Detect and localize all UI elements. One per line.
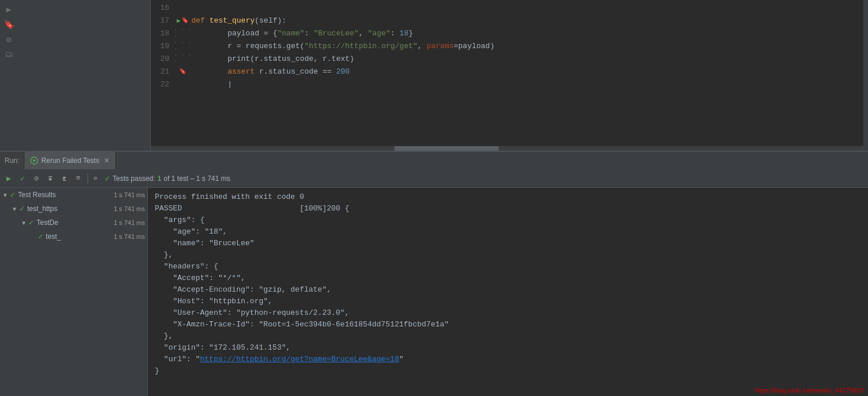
tree-time-testde: 1 s 741 ms — [114, 219, 145, 226]
tree-time-test: 1 s 741 ms — [114, 233, 145, 240]
sort-asc-button[interactable] — [44, 172, 57, 185]
watermark: https://blog.csdn.net/weixin_44275820 — [755, 387, 863, 394]
editor-hscrollbar[interactable] — [151, 146, 863, 151]
test-tree: ▼ ✓ Test Results 1 s 741 ms ▼ ✓ test_htt… — [0, 188, 148, 396]
status-passed-icon: ✓ — [104, 175, 110, 183]
output-line-15: } — [155, 365, 861, 377]
output-line-6: "headers": { — [155, 261, 861, 273]
run-toolbar: ▶ ✓ ⊘ ≡ » ✓ Tests passed: — [0, 169, 868, 188]
run-label: Run: — [0, 157, 24, 165]
code-editor[interactable]: 16 17 ▶ 🔖 def test_query(self): 18 · · ·… — [151, 0, 863, 151]
tree-check-testhttps: ✓ — [19, 205, 25, 213]
editor-area: ▶ 🔖 ⚙ 🗂 16 17 ▶ 🔖 def test_query(self): — [0, 0, 868, 151]
check-button[interactable]: ✓ — [16, 172, 29, 185]
line-content-19: r = requests.get("https://httpbin.org/ge… — [191, 42, 863, 50]
output-line-3: "age": "18", — [155, 226, 861, 238]
code-line-20: 20 · · · · print(r.status_code, r.text) — [151, 52, 863, 65]
tree-item-results[interactable]: ▼ ✓ Test Results 1 s 741 ms — [0, 188, 147, 202]
tree-time-results: 1 s 741 ms — [114, 191, 145, 198]
line-content-20: print(r.status_code, r.text) — [191, 55, 863, 63]
bookmark-icon-17: 🔖 — [181, 17, 188, 24]
line-num-17: 17 — [151, 16, 174, 25]
output-line-14: "url": "https://httpbin.org/get?name=Bru… — [155, 354, 861, 365]
hscrollbar-thumb — [394, 146, 499, 151]
line-content-17: def test_query(self): — [191, 16, 863, 25]
tree-item-testde[interactable]: ▼ ✓ TestDe 1 s 741 ms — [0, 216, 147, 230]
run-tabbar: Run: Rerun Failed Tests ✕ — [0, 151, 868, 169]
code-line-22: 22 | — [151, 78, 863, 90]
line-num-19: 19 — [151, 42, 174, 50]
tree-label-test: test_ — [46, 232, 111, 241]
list-button[interactable]: ≡ — [72, 172, 85, 185]
status-count: 1 — [158, 175, 162, 183]
sidebar-icon-1[interactable]: ▶ — [2, 2, 16, 16]
output-line-2: "args": { — [155, 215, 861, 226]
code-line-16: 16 — [151, 1, 863, 14]
sidebar-icon-2[interactable]: 🔖 — [2, 17, 16, 31]
play-button[interactable]: ▶ — [2, 172, 15, 185]
line-content-21: assert r.status_code == 200 — [191, 67, 863, 76]
line-gutter-17: ▶ 🔖 — [174, 17, 191, 24]
bottom-panel: Run: Rerun Failed Tests ✕ ▶ ✓ ⊘ — [0, 151, 868, 396]
output-line-9: "Host": "httpbin.org", — [155, 296, 861, 307]
tree-check-test: ✓ — [38, 232, 43, 241]
output-line-13: "origin": "172.105.241.153", — [155, 342, 861, 354]
status-label: Tests passed: — [112, 175, 155, 183]
sidebar-icon-4[interactable]: 🗂 — [2, 48, 16, 61]
tab-close-btn[interactable]: ✕ — [104, 157, 110, 165]
line-content-18: payload = {"name": "BruceLee", "age": 18… — [191, 29, 863, 38]
tree-check-results: ✓ — [10, 191, 16, 199]
run-content: ▼ ✓ Test Results 1 s 741 ms ▼ ✓ test_htt… — [0, 188, 868, 396]
tree-arrow-testde: ▼ — [21, 220, 27, 226]
output-line-0: Process finished with exit code 0 — [155, 191, 861, 203]
status-detail: of 1 test – 1 s 741 ms — [164, 175, 230, 183]
output-line-5: }, — [155, 249, 861, 261]
editor-vscrollbar[interactable] — [863, 0, 868, 151]
output-console[interactable]: Process finished with exit code 0 PASSED… — [148, 188, 868, 396]
tree-arrow-results: ▼ — [2, 192, 8, 198]
tree-arrow-testhttps: ▼ — [12, 206, 17, 212]
tree-label-testhttps: test_https — [27, 205, 111, 213]
tree-item-testhttps[interactable]: ▼ ✓ test_https 1 s 741 ms — [0, 202, 147, 216]
line-num-18: 18 — [151, 29, 174, 38]
output-line-11: "X-Amzn-Trace-Id": "Root=1-5ec394b0-6e16… — [155, 319, 861, 330]
line-num-22: 22 — [151, 80, 174, 89]
line-gutter-21: 🔖 — [174, 68, 191, 75]
tree-check-testde: ✓ — [28, 219, 34, 227]
run-icon-17[interactable]: ▶ — [177, 17, 181, 24]
output-line-7: "Accept": "*/*", — [155, 273, 861, 284]
run-tab-label: Rerun Failed Tests — [41, 157, 99, 165]
output-line-10: "User-Agent": "python-requests/2.23.0", — [155, 307, 861, 319]
code-line-18: 18 · · · · payload = {"name": "BruceLee"… — [151, 27, 863, 39]
line-num-21: 21 — [151, 67, 174, 76]
left-panel — [17, 0, 151, 151]
output-line-4: "name": "BruceLee" — [155, 238, 861, 249]
sidebar-icon-3[interactable]: ⚙ — [2, 32, 16, 46]
tree-label-testde: TestDe — [37, 219, 111, 227]
line-gutter-18: · · · · — [174, 27, 191, 39]
line-gutter-19: · · · · — [174, 39, 191, 52]
line-num-20: 20 — [151, 55, 174, 63]
status-text: ✓ Tests passed: 1 of 1 test – 1 s 741 ms — [104, 175, 230, 183]
line-gutter-20: · · · · — [174, 52, 191, 65]
output-url-link[interactable]: https://httpbin.org/get?name=BruceLee&ag… — [200, 355, 399, 364]
toolbar-more[interactable]: » — [91, 175, 100, 183]
stop-button[interactable]: ⊘ — [30, 172, 43, 185]
code-line-19: 19 · · · · r = requests.get("https://htt… — [151, 39, 863, 52]
code-line-21: 21 🔖 assert r.status_code == 200 — [151, 65, 863, 78]
rerun-tab-icon — [30, 157, 38, 165]
left-sidebar: ▶ 🔖 ⚙ 🗂 — [0, 0, 17, 151]
line-content-22: | — [191, 80, 863, 89]
toolbar-sep-1 — [88, 173, 88, 184]
output-line-1: PASSED [100%]200 { — [155, 203, 861, 215]
sort-desc-button[interactable] — [58, 172, 71, 185]
code-lines: 16 17 ▶ 🔖 def test_query(self): 18 · · ·… — [151, 0, 863, 90]
code-line-17: 17 ▶ 🔖 def test_query(self): — [151, 14, 863, 27]
output-line-12: }, — [155, 330, 861, 342]
bookmark-icon-21: 🔖 — [179, 68, 186, 75]
run-tab[interactable]: Rerun Failed Tests ✕ — [24, 151, 116, 170]
tree-label-results: Test Results — [18, 191, 111, 199]
tree-item-test[interactable]: ✓ test_ 1 s 741 ms — [0, 230, 147, 244]
output-line-8: "Accept-Encoding": "gzip, deflate", — [155, 284, 861, 296]
tree-time-testhttps: 1 s 741 ms — [114, 205, 145, 212]
